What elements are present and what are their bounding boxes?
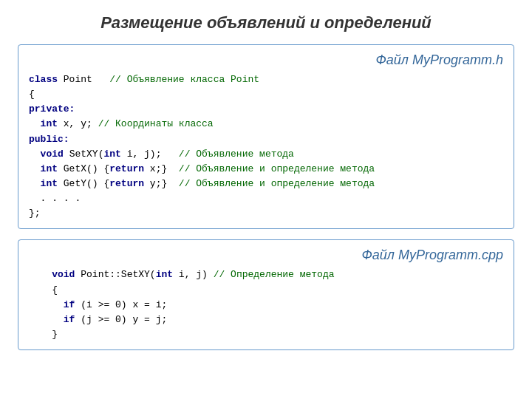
code-box-header: Файл MyProgramm.h class Point // Объявле… xyxy=(18,44,514,229)
code-content-cpp: void Point::SetXY(int i, j) // Определен… xyxy=(29,267,503,342)
code-box-cpp: Файл MyProgramm.cpp void Point::SetXY(in… xyxy=(18,239,514,350)
code-content-h: class Point // Объявление класса Point {… xyxy=(29,72,503,221)
file-label-cpp: Файл MyProgramm.cpp xyxy=(29,248,503,263)
page-title: Размещение объявлений и определений xyxy=(100,13,432,33)
file-label-h: Файл MyProgramm.h xyxy=(29,52,503,68)
